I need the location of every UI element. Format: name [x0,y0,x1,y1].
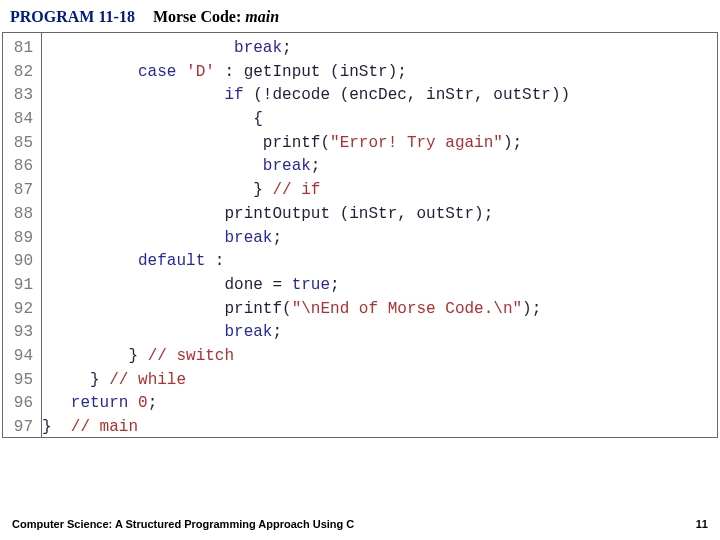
code-line: printf("\nEnd of Morse Code.\n"); [42,298,570,322]
line-number: 96 [9,392,33,416]
code-line: break; [42,227,570,251]
code-line: default : [42,250,570,274]
code-line: break; [42,321,570,345]
line-number: 89 [9,227,33,251]
code-line: } // while [42,369,570,393]
line-number: 93 [9,321,33,345]
line-number-gutter: 8182838485868788899091929394959697 [3,33,42,437]
line-number: 90 [9,250,33,274]
slide-header: PROGRAM 11-18 Morse Code: main [0,0,720,32]
line-number: 94 [9,345,33,369]
line-number: 97 [9,416,33,440]
code-line: } // switch [42,345,570,369]
code-line: } // if [42,179,570,203]
line-number: 82 [9,61,33,85]
code-listing: 8182838485868788899091929394959697 break… [2,32,718,438]
slide-footer: Computer Science: A Structured Programmi… [0,518,720,530]
footer-left: Computer Science: A Structured Programmi… [12,518,354,530]
line-number: 86 [9,155,33,179]
line-number: 91 [9,274,33,298]
slide-title-prefix: Morse Code: [153,8,245,25]
line-number: 81 [9,37,33,61]
line-number: 85 [9,132,33,156]
code-line: { [42,108,570,132]
code-line: if (!decode (encDec, inStr, outStr)) [42,84,570,108]
code-body: break; case 'D' : getInput (inStr); if (… [42,33,570,437]
code-line: printOutput (inStr, outStr); [42,203,570,227]
line-number: 83 [9,84,33,108]
slide-title-emph: main [245,8,279,25]
code-line: } // main [42,416,570,440]
code-line: done = true; [42,274,570,298]
code-line: return 0; [42,392,570,416]
line-number: 92 [9,298,33,322]
footer-page-number: 11 [696,518,708,530]
code-line: break; [42,155,570,179]
line-number: 95 [9,369,33,393]
line-number: 87 [9,179,33,203]
code-line: break; [42,37,570,61]
code-line: printf("Error! Try again"); [42,132,570,156]
code-line: case 'D' : getInput (inStr); [42,61,570,85]
line-number: 88 [9,203,33,227]
line-number: 84 [9,108,33,132]
program-label: PROGRAM 11-18 [10,8,135,25]
